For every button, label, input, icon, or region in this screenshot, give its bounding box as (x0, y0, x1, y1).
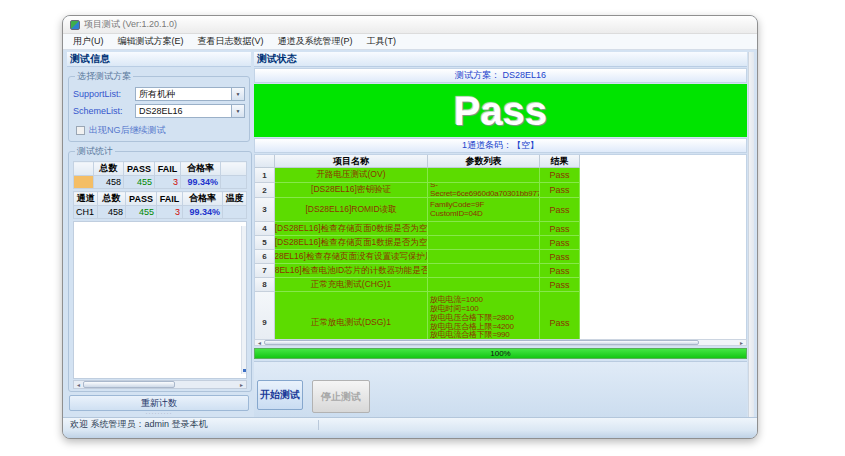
app-window: 项目测试 (Ver:1.20.1.0) 用户(U) 编辑测试方案(E) 查看日志… (62, 15, 758, 439)
item-name: 正常放电测试(DSG)1 (275, 292, 428, 339)
menu-item-tools[interactable]: 工具(T) (360, 34, 404, 49)
recount-button[interactable]: 重新计数 (69, 395, 249, 411)
schemelist-row: SchemeList: DS28EL16 ▼ (73, 104, 245, 118)
test-item-row[interactable]: 7 [DS28EL16]检查电池ID芯片的计数器功能是否启用 Pass (255, 264, 746, 278)
item-name: 正常充电测试(CHG)1 (275, 278, 428, 292)
horizontal-scrollbar[interactable]: ◄ ► (73, 380, 247, 389)
supportlist-dropdown[interactable]: 所有机种 ▼ (135, 87, 245, 101)
scroll-left-icon[interactable]: ◄ (74, 382, 83, 388)
scheme-select-group-title: 选择测试方案 (75, 70, 133, 83)
supportlist-value: 所有机种 (136, 88, 231, 100)
channel-header-rate: 合格率 (183, 192, 223, 206)
scrollbar-thumb[interactable] (83, 381, 175, 388)
item-result: Pass (540, 168, 580, 183)
item-result: Pass (540, 198, 580, 222)
test-item-row[interactable]: 3 [DS28EL16]ROMID读取 FamilyCode=9F Custom… (255, 198, 746, 222)
items-header-row: 项目名称 参数列表 结果 (255, 155, 746, 168)
continue-after-ng-label: 出现NG后继续测试 (89, 124, 166, 137)
scroll-right-icon[interactable]: ► (237, 382, 246, 388)
start-test-button[interactable]: 开始测试 (257, 380, 303, 410)
channel-rate-value: 99.34% (183, 206, 223, 219)
channel-header-channel: 通道 (74, 192, 98, 206)
scrollbar-thumb[interactable] (264, 340, 699, 345)
scroll-left-icon[interactable]: ◄ (255, 340, 264, 346)
status-message: 欢迎 系统管理员：admin 登录本机 (70, 418, 208, 431)
item-params: S-Secret=6ce6960d0a70301bb977 (428, 183, 540, 198)
checkbox-icon[interactable] (76, 126, 85, 135)
summary-fail-value: 3 (155, 176, 181, 189)
title-bar[interactable]: 项目测试 (Ver:1.20.1.0) (63, 16, 757, 34)
scrollbar-track[interactable] (83, 381, 237, 388)
channel-header-pass: PASS (126, 192, 157, 206)
stats-group: 测试统计 总数 PASS FAIL 合格率 458 455 3 (68, 145, 252, 392)
menu-item-channel-system[interactable]: 通道及系统管理(P) (271, 34, 360, 49)
summary-stats-table: 总数 PASS FAIL 合格率 458 455 3 99.34% (73, 161, 247, 189)
test-status-title: 测试状态 (254, 52, 747, 67)
test-info-panel: 测试信息 选择测试方案 SupportList: 所有机种 ▼ SchemeLi… (67, 52, 251, 417)
continue-after-ng-checkbox[interactable]: 出现NG后继续测试 (73, 124, 245, 137)
item-name: [DS28EL16]密钥验证 (275, 183, 428, 198)
item-num: 9 (255, 292, 275, 339)
items-header-result: 结果 (540, 155, 580, 168)
supportlist-row: SupportList: 所有机种 ▼ (73, 87, 245, 101)
item-num: 6 (255, 250, 275, 264)
items-header-params: 参数列表 (428, 155, 540, 168)
summary-header-total: 总数 (94, 162, 124, 176)
item-num: 1 (255, 168, 275, 183)
test-item-row[interactable]: 1 开路电压测试(OV) Pass (255, 168, 746, 183)
stop-test-button[interactable]: 停止测试 (312, 380, 370, 413)
channel-header-total: 总数 (98, 192, 126, 206)
channel-data-row: CH1 458 455 3 99.34% (74, 206, 247, 219)
chevron-down-icon[interactable]: ▼ (231, 88, 244, 100)
test-item-row[interactable]: 6 [DS28EL16]检查存储页面没有设置读写保护属性 Pass (255, 250, 746, 264)
test-info-title: 测试信息 (67, 52, 251, 67)
progress-value: 100% (490, 349, 510, 358)
item-name: [DS28EL16]检查存储页面没有设置读写保护属性 (275, 250, 428, 264)
vertical-scrollbar[interactable] (241, 226, 246, 374)
horizontal-scrollbar[interactable]: ◄ ► (254, 339, 747, 346)
item-name: [DS28EL16]检查电池ID芯片的计数器功能是否启用 (275, 264, 428, 278)
item-name: [DS28EL16]检查存储页面1数据是否为空 (275, 236, 428, 250)
summary-extra-cell (221, 176, 247, 189)
summary-header-blank (74, 162, 94, 176)
item-params (428, 222, 540, 236)
test-item-row[interactable]: 9 正常放电测试(DSG)1 放电电流=1000 放电时间=100 放电电压合格… (255, 292, 746, 339)
channel-header-fail: FAIL (157, 192, 183, 206)
item-result: Pass (540, 250, 580, 264)
channel-temp-value (223, 206, 247, 219)
chevron-down-icon[interactable]: ▼ (231, 105, 244, 117)
progress-bar: 100% (254, 348, 747, 359)
test-item-row[interactable]: 4 [DS28EL16]检查存储页面0数据是否为空 Pass (255, 222, 746, 236)
menu-item-user[interactable]: 用户(U) (66, 34, 111, 49)
item-params (428, 250, 540, 264)
item-num: 5 (255, 236, 275, 250)
test-item-row[interactable]: 5 [DS28EL16]检查存储页面1数据是否为空 Pass (255, 236, 746, 250)
item-params (428, 236, 540, 250)
schemelist-label: SchemeList: (73, 106, 135, 116)
item-params (428, 168, 540, 183)
stats-group-title: 测试统计 (75, 145, 115, 158)
window-title: 项目测试 (Ver:1.20.1.0) (84, 18, 177, 31)
scroll-right-icon[interactable]: ► (737, 340, 746, 346)
main-content: 测试信息 选择测试方案 SupportList: 所有机种 ▼ SchemeLi… (63, 50, 757, 417)
test-item-row[interactable]: 8 正常充电测试(CHG)1 Pass (255, 278, 746, 292)
test-item-row[interactable]: 2 [DS28EL16]密钥验证 S-Secret=6ce6960d0a7030… (255, 183, 746, 198)
stats-list-area (73, 221, 247, 379)
summary-highlight-cell (74, 176, 94, 189)
item-num: 7 (255, 264, 275, 278)
menu-item-view-logs[interactable]: 查看日志数据(V) (191, 34, 271, 49)
vertical-scrollbar[interactable] (748, 52, 754, 417)
item-num: 8 (255, 278, 275, 292)
channel-header-row: 通道 总数 PASS FAIL 合格率 温度 上次 (74, 192, 247, 206)
test-items-grid: 项目名称 参数列表 结果 1 开路电压测试(OV) Pass 2 [DS28EL… (254, 154, 747, 339)
menu-item-edit-scheme[interactable]: 编辑测试方案(E) (111, 34, 191, 49)
summary-header-extra (221, 162, 247, 176)
summary-header-pass: PASS (124, 162, 155, 176)
schemelist-value: DS28EL16 (136, 105, 231, 117)
item-result: Pass (540, 183, 580, 198)
scrollbar-track[interactable] (264, 340, 737, 345)
item-num: 4 (255, 222, 275, 236)
summary-data-row: 458 455 3 99.34% (74, 176, 247, 189)
schemelist-dropdown[interactable]: DS28EL16 ▼ (135, 104, 245, 118)
scheme-select-group: 选择测试方案 SupportList: 所有机种 ▼ SchemeList: D… (68, 70, 250, 142)
